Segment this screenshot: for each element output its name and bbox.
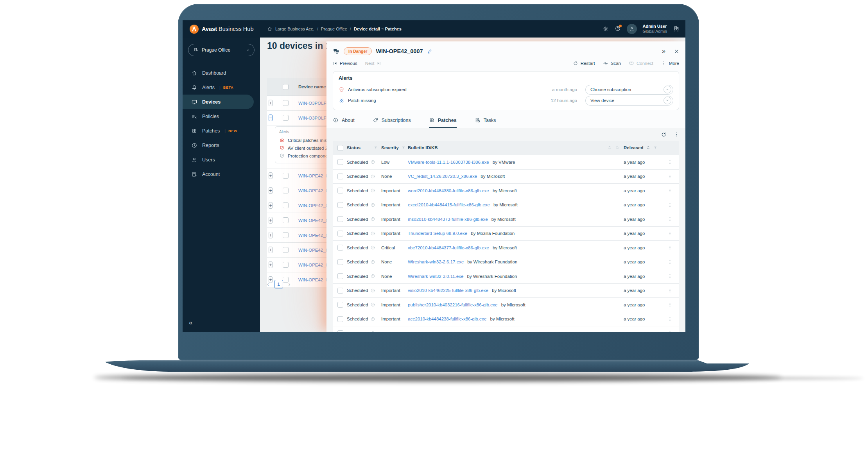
sidebar-item-reports[interactable]: Reports — [183, 138, 260, 152]
sidebar-item-policies[interactable]: Policies — [183, 109, 260, 124]
gear-icon[interactable] — [603, 26, 609, 32]
sidebar-item-account[interactable]: Account — [183, 167, 260, 181]
bulletin-link[interactable]: visio2010-kb4462225-fullfile-x86-glb.exe — [408, 288, 488, 293]
sidebar-item-devices[interactable]: Devices — [183, 95, 254, 109]
close-icon[interactable] — [674, 49, 679, 54]
kebab-icon[interactable] — [667, 331, 673, 332]
row-checkbox[interactable] — [337, 231, 343, 236]
select-all-patches-checkbox[interactable] — [337, 145, 343, 151]
kebab-icon[interactable] — [667, 274, 673, 279]
sidebar-item-dashboard[interactable]: Dashboard — [183, 66, 260, 80]
next-device-button[interactable]: Next — [365, 61, 382, 66]
kebab-icon[interactable] — [667, 188, 673, 193]
row-checkbox[interactable] — [337, 159, 343, 165]
kebab-icon[interactable] — [667, 245, 673, 250]
filter-icon[interactable] — [401, 145, 406, 150]
row-expander[interactable]: + — [269, 261, 273, 268]
kebab-icon[interactable] — [667, 302, 673, 307]
next-page-button[interactable]: › — [289, 281, 291, 287]
row-checkbox[interactable] — [283, 232, 289, 238]
filter-icon[interactable] — [653, 145, 658, 150]
row-expander[interactable]: + — [269, 187, 273, 194]
collapse-panel-icon[interactable]: » — [662, 48, 665, 55]
bulletin-link[interactable]: Wireshark-win32-3.0.11.exe — [408, 274, 463, 279]
row-checkbox[interactable] — [283, 100, 289, 106]
edit-pencil-icon[interactable] — [427, 48, 432, 54]
bulletin-link[interactable]: mso2010-kb4484373-fullfile-x86-glb.exe — [408, 217, 488, 222]
breadcrumb-item[interactable]: Prague Office — [321, 27, 347, 31]
user-block[interactable]: Admin User Global Admin — [643, 24, 667, 34]
row-checkbox[interactable] — [283, 247, 289, 253]
sort-icon[interactable] — [607, 145, 612, 150]
row-checkbox[interactable] — [337, 174, 343, 179]
sidebar-item-users[interactable]: Users — [183, 152, 260, 167]
row-checkbox[interactable] — [283, 188, 289, 193]
tab-patches[interactable]: Patches — [429, 117, 457, 128]
row-checkbox[interactable] — [337, 330, 343, 332]
bulletin-link[interactable]: Thunderbird Setup 68.9.0.exe — [408, 231, 467, 236]
search-icon[interactable] — [615, 145, 620, 150]
row-checkbox[interactable] — [283, 202, 289, 208]
sidebar-item-patches[interactable]: Patches|NEW — [183, 124, 260, 138]
select-all-checkbox[interactable] — [283, 84, 289, 90]
row-checkbox[interactable] — [283, 115, 289, 121]
prev-page-button[interactable]: ‹ — [267, 281, 269, 287]
bulletin-link[interactable]: access2010-kb4464527-fullfile-x86-glb.ex… — [408, 331, 493, 332]
sidebar-collapse-icon[interactable]: « — [189, 319, 192, 327]
bulletin-link[interactable]: vbe72010-kb4484377-fullfile-x86-glb.exe — [408, 245, 489, 250]
kebab-icon[interactable] — [667, 202, 673, 208]
row-expander[interactable]: + — [269, 247, 273, 253]
filter-icon[interactable] — [373, 145, 378, 150]
row-checkbox[interactable] — [337, 302, 343, 308]
bulletin-link[interactable]: VC_redist_14.26.28720.3_x86.exe — [408, 174, 477, 179]
row-checkbox[interactable] — [337, 216, 343, 222]
help-button[interactable] — [615, 25, 621, 33]
row-expander[interactable]: + — [269, 172, 273, 179]
kebab-menu-icon[interactable] — [674, 132, 679, 137]
more-button[interactable]: More — [661, 61, 679, 66]
alert-action-select[interactable]: View device — [585, 96, 673, 106]
refresh-icon[interactable] — [661, 132, 667, 138]
bulletin-link[interactable]: excel2010-kb4484415-fullfile-x86-glb.exe — [408, 202, 490, 207]
row-checkbox[interactable] — [337, 273, 343, 279]
row-checkbox[interactable] — [283, 262, 289, 268]
avatar[interactable] — [627, 24, 637, 34]
org-selector[interactable]: Prague Office — [188, 44, 255, 56]
connect-button[interactable]: Connect — [629, 61, 653, 66]
company-switcher-icon[interactable] — [673, 25, 680, 32]
alert-action-select[interactable]: Choose subscription — [585, 85, 673, 95]
restart-button[interactable]: Restart — [573, 61, 595, 66]
row-checkbox[interactable] — [337, 202, 343, 208]
kebab-icon[interactable] — [667, 217, 673, 222]
sidebar-item-alerts[interactable]: Alerts|BETA — [183, 80, 260, 95]
tab-subscriptions[interactable]: Subscriptions — [373, 117, 411, 128]
kebab-icon[interactable] — [667, 288, 673, 293]
bulletin-link[interactable]: publisher2010-kb4032216-fullfile-x86-glb… — [408, 303, 498, 307]
kebab-icon[interactable] — [667, 174, 673, 179]
row-checkbox[interactable] — [337, 245, 343, 251]
row-expander[interactable]: − — [269, 115, 273, 121]
page-number-button[interactable]: 1 — [274, 280, 283, 288]
row-checkbox[interactable] — [337, 288, 343, 294]
row-checkbox[interactable] — [283, 217, 289, 223]
row-checkbox[interactable] — [337, 316, 343, 322]
kebab-icon[interactable] — [667, 231, 673, 236]
row-expander[interactable]: + — [269, 232, 273, 238]
bulletin-link[interactable]: word2010-kb4484380-fullfile-x86-glb.exe — [408, 188, 489, 193]
kebab-icon[interactable] — [667, 317, 673, 322]
row-checkbox[interactable] — [337, 188, 343, 193]
kebab-icon[interactable] — [667, 260, 673, 265]
bulletin-link[interactable]: VMware-tools-11.1.1-16303738-i386.exe — [408, 160, 489, 165]
previous-device-button[interactable]: Previous — [333, 61, 357, 66]
bulletin-link[interactable]: Wireshark-win32-2.6.17.exe — [408, 260, 464, 264]
row-expander[interactable]: + — [269, 217, 273, 224]
row-checkbox[interactable] — [337, 259, 343, 265]
bulletin-link[interactable]: ace2010-kb4484238-fullfile-x86-glb.exe — [408, 317, 486, 321]
tab-tasks[interactable]: Tasks — [475, 117, 496, 128]
home-icon[interactable] — [267, 26, 273, 32]
row-expander[interactable]: + — [269, 202, 273, 209]
breadcrumb-item[interactable]: Large Business Acc. — [275, 27, 314, 31]
row-checkbox[interactable] — [283, 173, 289, 179]
row-expander[interactable]: + — [269, 100, 273, 106]
breadcrumb-item[interactable]: Device detail ~ Patches — [354, 27, 402, 31]
